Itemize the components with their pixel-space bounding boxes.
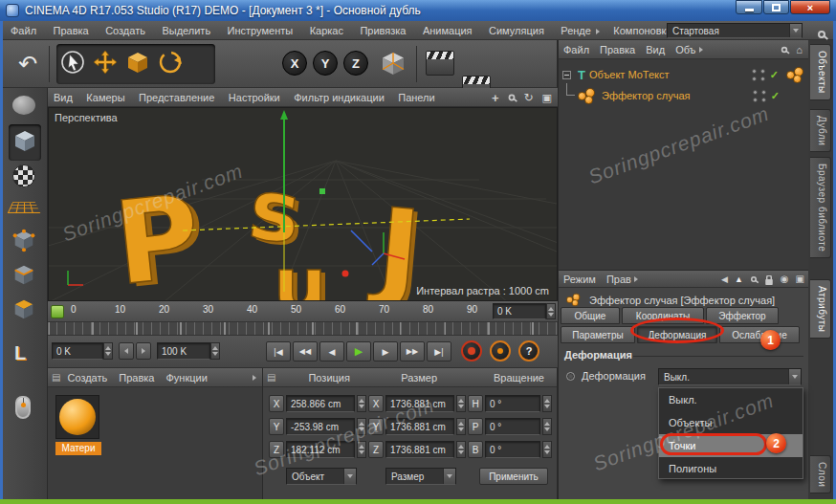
side-tab-layers[interactable]: Слои bbox=[810, 455, 831, 493]
material-name-label[interactable]: Матери bbox=[55, 442, 101, 455]
materials-menu-overflow-icon[interactable] bbox=[253, 375, 256, 381]
toggle-views-icon[interactable]: ▣ bbox=[542, 92, 552, 104]
tab-parameters[interactable]: Параметры bbox=[561, 326, 635, 343]
position-y-field[interactable]: -253.98 cm bbox=[286, 418, 355, 435]
position-y-stepper[interactable] bbox=[357, 418, 366, 435]
ruler-frame-field[interactable]: 0 K bbox=[493, 303, 546, 319]
tab-deformation[interactable]: Деформация bbox=[637, 326, 717, 343]
rotate-view-icon[interactable]: ↻ bbox=[524, 91, 534, 104]
go-to-start-button[interactable]: |◀ bbox=[266, 341, 291, 362]
move-tool[interactable] bbox=[92, 49, 119, 79]
menu-overflow-icon[interactable] bbox=[596, 29, 600, 34]
rotate-tool[interactable] bbox=[157, 49, 184, 79]
expander-icon[interactable] bbox=[562, 71, 571, 79]
minimize-button[interactable] bbox=[736, 0, 762, 14]
object-row-motext[interactable]: Т Объект МоТекст ✓ bbox=[562, 65, 805, 84]
menu-render[interactable]: Ренде bbox=[561, 21, 591, 40]
om-home-icon[interactable]: ⌂ bbox=[796, 44, 803, 55]
om-menu-view[interactable]: Вид bbox=[646, 40, 665, 59]
close-button[interactable]: × bbox=[790, 0, 830, 14]
visibility-toggle[interactable] bbox=[753, 90, 758, 102]
model-mode-icon[interactable] bbox=[12, 96, 35, 115]
deformation-select[interactable]: Выкл. bbox=[658, 368, 802, 385]
size-z-stepper[interactable] bbox=[456, 441, 466, 458]
tab-coordinates[interactable]: Координаты bbox=[622, 307, 704, 324]
polygons-mode-icon[interactable] bbox=[11, 296, 36, 325]
attr-menu-edit[interactable]: Прав bbox=[606, 271, 631, 288]
menu-animation[interactable]: Анимация bbox=[423, 21, 473, 40]
menu-file[interactable]: Файл bbox=[11, 21, 36, 40]
coordinate-system-icon[interactable] bbox=[380, 50, 407, 80]
side-tab-attributes[interactable]: Атрибуты bbox=[810, 279, 831, 339]
position-x-field[interactable]: 258.866 cm bbox=[286, 395, 355, 412]
option-polygons[interactable]: Полигоны bbox=[659, 457, 803, 480]
attr-menu-overflow-icon[interactable] bbox=[634, 276, 638, 282]
layout-select[interactable]: Стартовая bbox=[667, 23, 803, 38]
keyframe-options-button[interactable]: ? bbox=[518, 340, 539, 362]
rotation-h-field[interactable]: 0 ° bbox=[485, 395, 540, 412]
attr-back-icon[interactable]: ◀ bbox=[721, 274, 728, 284]
record-keyframe-button[interactable] bbox=[461, 340, 482, 362]
menu-simulation[interactable]: Симуляция bbox=[489, 21, 544, 40]
start-frame-stepper[interactable] bbox=[103, 342, 113, 360]
viewport-menu-filter[interactable]: Фильтр индикации bbox=[294, 88, 385, 107]
menu-tools[interactable]: Инструменты bbox=[228, 21, 294, 40]
live-selection-tool[interactable] bbox=[59, 49, 86, 79]
coordinate-mode-select[interactable]: Объект bbox=[286, 468, 357, 485]
side-tab-content-browser[interactable]: Браузер библиоте bbox=[810, 157, 831, 258]
next-key-button[interactable]: ▶▶ bbox=[400, 341, 425, 362]
side-tab-objects[interactable]: Объекты bbox=[810, 44, 831, 100]
start-frame-field[interactable]: 0 K bbox=[52, 342, 103, 360]
previous-key-button[interactable]: ◀◀ bbox=[293, 341, 318, 362]
title-bar[interactable]: CINEMA 4D R17.053 Studio (R17) DEMO - [Д… bbox=[0, 0, 836, 21]
undo-icon[interactable]: ↶ bbox=[12, 49, 43, 79]
tab-effector[interactable]: Эффектор bbox=[706, 307, 779, 324]
attr-menu-mode[interactable]: Режим bbox=[563, 271, 596, 288]
attr-lock-icon[interactable] bbox=[765, 279, 773, 285]
rotation-p-field[interactable]: 0 ° bbox=[485, 418, 540, 435]
om-menu-file[interactable]: Файл bbox=[563, 40, 589, 59]
timeline-ruler[interactable]: 0 10 20 30 40 50 60 70 80 90 0 K bbox=[48, 301, 558, 322]
render-visibility-toggle[interactable] bbox=[761, 90, 766, 102]
size-x-stepper[interactable] bbox=[456, 395, 466, 412]
enable-check-icon[interactable]: ✓ bbox=[771, 90, 780, 102]
range-left-button[interactable] bbox=[119, 342, 134, 360]
y-axis-lock-button[interactable]: Y bbox=[313, 51, 338, 76]
position-z-field[interactable]: 182.112 cm bbox=[286, 441, 355, 458]
object-row-random-effector[interactable]: Эффектор случая ✓ bbox=[562, 86, 805, 105]
maximize-button[interactable] bbox=[763, 0, 789, 14]
option-objects[interactable]: Объекты bbox=[659, 411, 803, 434]
menu-mesh[interactable]: Каркас bbox=[310, 21, 343, 40]
position-x-stepper[interactable] bbox=[357, 395, 366, 412]
om-menu-edit[interactable]: Правка bbox=[600, 40, 635, 59]
tab-basic[interactable]: Общие bbox=[561, 307, 620, 324]
render-visibility-toggle[interactable] bbox=[760, 69, 765, 81]
menu-create[interactable]: Создать bbox=[105, 21, 145, 40]
end-frame-field[interactable]: 100 K bbox=[157, 342, 210, 360]
attr-grid-icon[interactable]: ▣ bbox=[796, 274, 804, 284]
range-right-button[interactable] bbox=[136, 342, 151, 360]
tab-falloff[interactable]: Ослабление bbox=[719, 326, 800, 343]
zoom-view-icon[interactable] bbox=[508, 95, 515, 101]
menu-select[interactable]: Выделить bbox=[162, 21, 210, 40]
z-axis-lock-button[interactable]: Z bbox=[343, 51, 368, 76]
viewport-menu-cameras[interactable]: Камеры bbox=[86, 88, 124, 107]
size-y-field[interactable]: 1736.881 cm bbox=[385, 418, 454, 435]
rotation-b-stepper[interactable] bbox=[542, 441, 552, 458]
end-frame-stepper[interactable] bbox=[210, 342, 220, 360]
materials-menu-create[interactable]: Создать bbox=[67, 368, 107, 387]
attr-target-icon[interactable]: ◉ bbox=[781, 274, 789, 284]
om-menu-overflow-icon[interactable] bbox=[699, 47, 703, 53]
parameter-dot-icon[interactable] bbox=[566, 372, 575, 381]
object-name[interactable]: Объект МоТекст bbox=[589, 69, 670, 80]
rotation-h-stepper[interactable] bbox=[542, 395, 552, 412]
apply-button[interactable]: Применить bbox=[479, 468, 548, 485]
visibility-toggle[interactable] bbox=[752, 69, 757, 81]
material-thumbnail[interactable] bbox=[55, 395, 99, 439]
menu-edit[interactable]: Правка bbox=[54, 21, 89, 40]
side-tab-takes[interactable]: Дубли bbox=[810, 109, 831, 152]
object-name[interactable]: Эффектор случая bbox=[602, 90, 691, 101]
materials-menu-edit[interactable]: Правка bbox=[119, 368, 154, 387]
om-menu-objects[interactable]: Объ bbox=[675, 40, 695, 59]
position-z-stepper[interactable] bbox=[357, 441, 366, 458]
